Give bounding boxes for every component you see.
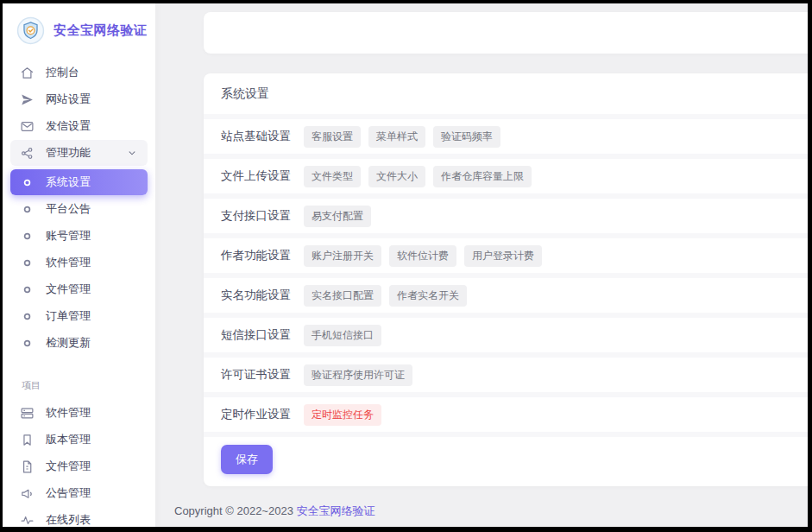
setting-row-title: 定时作业设置 [221, 407, 291, 422]
megaphone-icon [20, 486, 35, 501]
rocket-icon [20, 92, 35, 107]
sidebar-item-2[interactable]: 发信设置 [10, 113, 148, 139]
menu-item-label: 在线列表 [46, 512, 91, 527]
footer: Copyright © 2022~2023 安全宝网络验证 [174, 504, 808, 527]
setting-row-title: 文件上传设置 [221, 168, 291, 184]
app-window: 安全宝网络验证 控制台网站设置发信设置管理功能系统设置平台公告账号管理软件管理文… [3, 3, 808, 527]
file-icon [20, 459, 35, 474]
sidebar-item-1[interactable]: 网站设置 [10, 86, 148, 112]
setting-badge[interactable]: 客服设置 [304, 126, 361, 148]
setting-row: 文件上传设置文件类型文件大小作者仓库容量上限 [204, 154, 808, 193]
menu-item-label: 发信设置 [46, 118, 91, 134]
setting-badge[interactable]: 用户登录计费 [464, 245, 542, 267]
sidebar-submenu: 系统设置平台公告账号管理软件管理文件管理订单管理检测更新 [3, 169, 155, 356]
setting-badge[interactable]: 实名接口配置 [304, 285, 381, 307]
share-nodes-icon [20, 146, 35, 161]
save-button[interactable]: 保存 [221, 445, 273, 474]
home-icon [20, 66, 35, 80]
sidebar-item-0[interactable]: 控制台 [10, 60, 148, 86]
submenu-item-6[interactable]: 检测更新 [10, 330, 148, 356]
mail-icon [20, 119, 35, 134]
setting-badge[interactable]: 手机短信接口 [304, 325, 381, 346]
card-title: 系统设置 [204, 73, 808, 114]
submenu-item-2[interactable]: 账号管理 [10, 223, 148, 249]
shield-logo-icon [16, 16, 45, 45]
menu-item-label: 订单管理 [46, 308, 91, 324]
setting-row-title: 实名功能设置 [221, 288, 291, 303]
bookmark-icon [20, 433, 35, 447]
setting-row: 支付接口设置易支付配置 [204, 193, 808, 233]
setting-row: 短信接口设置手机短信接口 [204, 313, 808, 352]
ring-icon [20, 309, 35, 324]
project-item-3[interactable]: 公告管理 [10, 480, 148, 506]
setting-badge[interactable]: 文件大小 [368, 166, 425, 187]
menu-item-label: 平台公告 [46, 201, 91, 217]
copyright-text: Copyright © 2022~2023 [174, 504, 293, 517]
menu-item-label: 检测更新 [46, 335, 91, 351]
setting-row: 站点基础设置客服设置菜单样式验证码频率 [204, 114, 808, 154]
setting-badge[interactable]: 文件类型 [304, 166, 361, 187]
chevron-down-icon [126, 147, 138, 159]
submenu-item-1[interactable]: 平台公告 [10, 196, 148, 222]
setting-badge[interactable]: 菜单样式 [368, 126, 425, 148]
sidebar-project-menu: 软件管理版本管理文件管理公告管理在线列表 [3, 399, 155, 527]
setting-row: 作者功能设置账户注册开关软件位计费用户登录计费 [204, 233, 808, 273]
menu-item-label: 管理功能 [46, 145, 91, 161]
settings-card: 系统设置 站点基础设置客服设置菜单样式验证码频率文件上传设置文件类型文件大小作者… [204, 73, 808, 486]
menu-item-label: 版本管理 [46, 432, 91, 447]
project-item-2[interactable]: 文件管理 [10, 453, 148, 479]
ring-icon [20, 202, 35, 217]
menu-item-label: 文件管理 [46, 282, 91, 297]
project-item-1[interactable]: 版本管理 [10, 427, 148, 453]
ring-icon [20, 256, 35, 270]
submenu-item-3[interactable]: 软件管理 [10, 250, 148, 276]
sidebar-main-menu: 控制台网站设置发信设置管理功能系统设置平台公告账号管理软件管理文件管理订单管理检… [3, 59, 155, 357]
activity-icon [20, 513, 35, 528]
setting-row: 定时作业设置定时监控任务 [204, 392, 808, 432]
setting-badge[interactable]: 软件位计费 [389, 245, 456, 267]
footer-brand-link[interactable]: 安全宝网络验证 [297, 504, 375, 517]
menu-item-label: 公告管理 [46, 485, 91, 501]
save-section: 保存 [204, 432, 808, 486]
setting-row-title: 站点基础设置 [221, 129, 291, 144]
setting-row-title: 短信接口设置 [221, 327, 291, 343]
setting-row-title: 作者功能设置 [221, 248, 291, 263]
menu-item-label: 系统设置 [46, 174, 91, 190]
menu-item-label: 网站设置 [46, 92, 91, 107]
main-area: 系统设置 站点基础设置客服设置菜单样式验证码频率文件上传设置文件类型文件大小作者… [155, 3, 808, 527]
setting-row-title: 许可证书设置 [221, 367, 291, 383]
menu-item-label: 软件管理 [46, 405, 91, 421]
submenu-item-4[interactable]: 文件管理 [10, 276, 148, 302]
project-item-0[interactable]: 软件管理 [10, 400, 148, 426]
setting-badge[interactable]: 作者仓库容量上限 [433, 166, 532, 187]
menu-item-label: 软件管理 [46, 255, 91, 270]
setting-row-title: 支付接口设置 [221, 208, 291, 224]
setting-row: 实名功能设置实名接口配置作者实名开关 [204, 273, 808, 313]
app-title: 安全宝网络验证 [54, 22, 148, 39]
setting-badge[interactable]: 易支付配置 [304, 206, 371, 227]
project-item-4[interactable]: 在线列表 [10, 507, 148, 527]
menu-item-label: 文件管理 [46, 459, 91, 474]
setting-badge[interactable]: 验证程序使用许可证 [304, 364, 412, 386]
setting-badge[interactable]: 定时监控任务 [304, 404, 381, 426]
submenu-item-0[interactable]: 系统设置 [10, 169, 148, 195]
menu-item-label: 控制台 [46, 65, 79, 80]
server-stack-icon [20, 406, 35, 421]
sidebar-section-label: 项目 [22, 379, 155, 392]
ring-icon [20, 229, 35, 244]
ring-icon [20, 336, 35, 351]
setting-badge[interactable]: 作者实名开关 [389, 285, 467, 307]
sidebar-item-3[interactable]: 管理功能 [10, 140, 148, 166]
menu-item-label: 账号管理 [46, 228, 91, 244]
ring-icon [20, 175, 35, 190]
submenu-item-5[interactable]: 订单管理 [10, 303, 148, 329]
brand[interactable]: 安全宝网络验证 [3, 3, 155, 54]
setting-badge[interactable]: 验证码频率 [433, 126, 500, 148]
top-navbar [204, 12, 808, 54]
ring-icon [20, 282, 35, 297]
setting-badge[interactable]: 账户注册开关 [304, 245, 381, 267]
sidebar: 安全宝网络验证 控制台网站设置发信设置管理功能系统设置平台公告账号管理软件管理文… [3, 3, 155, 527]
setting-row: 许可证书设置验证程序使用许可证 [204, 352, 808, 392]
